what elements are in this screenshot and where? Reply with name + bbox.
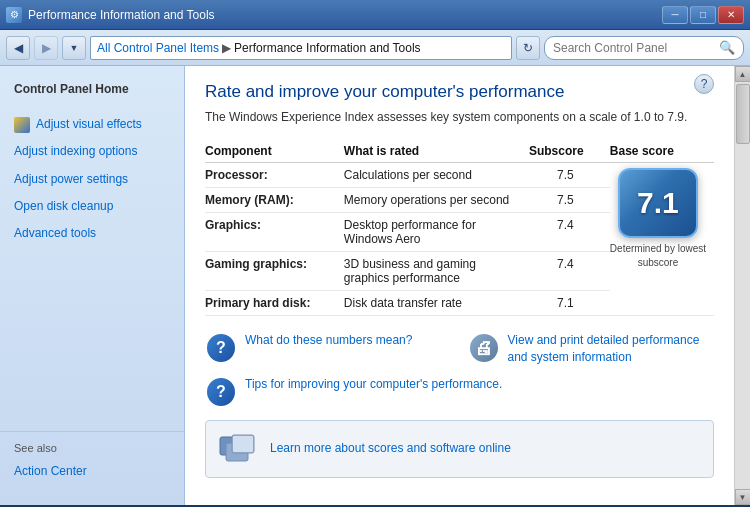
breadcrumb-current: Performance Information and Tools <box>234 41 421 55</box>
scroll-thumb[interactable] <box>736 84 750 144</box>
cell-component: Processor: <box>205 163 344 188</box>
col-header-basescore: Base score <box>610 140 714 163</box>
scroll-down-arrow[interactable]: ▼ <box>735 489 751 505</box>
maximize-button[interactable]: □ <box>690 6 716 24</box>
software-box: Learn more about scores and software onl… <box>205 420 714 478</box>
dropdown-button[interactable]: ▼ <box>62 36 86 60</box>
refresh-button[interactable]: ↻ <box>516 36 540 60</box>
cell-what: Calculations per second <box>344 163 529 188</box>
numbers-meaning-item: ? What do these numbers mean? <box>205 332 452 366</box>
tips-icon: ? <box>205 376 237 408</box>
title-bar-left: ⚙ Performance Information and Tools <box>6 7 215 23</box>
score-number: 7.1 <box>637 188 679 218</box>
cell-component: Primary hard disk: <box>205 291 344 316</box>
software-online-link[interactable]: Learn more about scores and software onl… <box>270 440 511 457</box>
cell-what: Memory operations per second <box>344 188 529 213</box>
window-title: Performance Information and Tools <box>28 8 215 22</box>
performance-table: Component What is rated Subscore Base sc… <box>205 140 714 316</box>
tips-item: ? Tips for improving your computer's per… <box>205 376 714 408</box>
cell-subscore: 7.4 <box>529 213 610 252</box>
sidebar-home-link[interactable]: Control Panel Home <box>0 76 184 103</box>
sidebar-item-visual-effects[interactable]: Adjust visual effects <box>0 111 184 138</box>
breadcrumb-separator: ▶ <box>222 41 231 55</box>
cell-subscore: 7.5 <box>529 163 610 188</box>
question-icon: ? <box>205 332 237 364</box>
forward-button[interactable]: ▶ <box>34 36 58 60</box>
address-path[interactable]: All Control Panel Items ▶ Performance In… <box>90 36 512 60</box>
svg-rect-3 <box>233 436 253 452</box>
shield-icon <box>14 117 30 133</box>
sidebar-bottom: See also Action Center <box>0 431 184 495</box>
search-icon[interactable]: 🔍 <box>719 40 735 55</box>
sidebar-item-power[interactable]: Adjust power settings <box>0 166 184 193</box>
title-bar-controls: ─ □ ✕ <box>662 6 744 24</box>
scroll-up-arrow[interactable]: ▲ <box>735 66 751 82</box>
numbers-meaning-link[interactable]: What do these numbers mean? <box>245 332 412 349</box>
window-icon: ⚙ <box>6 7 22 23</box>
sidebar-item-indexing[interactable]: Adjust indexing options <box>0 138 184 165</box>
close-button[interactable]: ✕ <box>718 6 744 24</box>
sidebar-action-center[interactable]: Action Center <box>14 458 170 485</box>
col-header-what: What is rated <box>344 140 529 163</box>
software-icon <box>218 429 258 469</box>
cell-component: Memory (RAM): <box>205 188 344 213</box>
title-bar: ⚙ Performance Information and Tools ─ □ … <box>0 0 750 30</box>
scroll-track[interactable] <box>735 82 750 489</box>
search-box[interactable]: 🔍 <box>544 36 744 60</box>
printer-icon: 🖨 <box>468 332 500 364</box>
sidebar-spacer <box>0 247 184 427</box>
view-print-link[interactable]: View and print detailed performance and … <box>508 332 715 366</box>
cell-what: Disk data transfer rate <box>344 291 529 316</box>
help-button[interactable]: ? <box>694 74 714 94</box>
cell-basescore: 7.1Determined by lowest subscore <box>610 163 714 316</box>
sidebar-item-advanced[interactable]: Advanced tools <box>0 220 184 247</box>
sidebar: Control Panel Home Adjust visual effects… <box>0 66 185 505</box>
breadcrumb-all-items[interactable]: All Control Panel Items <box>97 41 219 55</box>
scrollbar[interactable]: ▲ ▼ <box>734 66 750 505</box>
page-title: Rate and improve your computer's perform… <box>205 82 714 102</box>
content-area: ? Rate and improve your computer's perfo… <box>185 66 734 505</box>
minimize-button[interactable]: ─ <box>662 6 688 24</box>
score-label: Determined by lowest subscore <box>610 242 706 270</box>
page-subtext: The Windows Experience Index assesses ke… <box>205 110 714 124</box>
sidebar-label-visual-effects: Adjust visual effects <box>36 115 142 134</box>
cell-subscore: 7.4 <box>529 252 610 291</box>
main-container: Control Panel Home Adjust visual effects… <box>0 66 750 505</box>
view-print-item: 🖨 View and print detailed performance an… <box>468 332 715 366</box>
col-header-component: Component <box>205 140 344 163</box>
search-input[interactable] <box>553 41 713 55</box>
back-button[interactable]: ◀ <box>6 36 30 60</box>
cell-subscore: 7.1 <box>529 291 610 316</box>
bottom-links: ? What do these numbers mean? 🖨 View and… <box>205 332 714 366</box>
tips-link[interactable]: Tips for improving your computer's perfo… <box>245 376 502 393</box>
table-header-row: Component What is rated Subscore Base sc… <box>205 140 714 163</box>
address-bar: ◀ ▶ ▼ All Control Panel Items ▶ Performa… <box>0 30 750 66</box>
cell-component: Graphics: <box>205 213 344 252</box>
cell-what: Desktop performance for Windows Aero <box>344 213 529 252</box>
cell-what: 3D business and gaming graphics performa… <box>344 252 529 291</box>
cell-subscore: 7.5 <box>529 188 610 213</box>
sidebar-item-disk-cleanup[interactable]: Open disk cleanup <box>0 193 184 220</box>
cell-component: Gaming graphics: <box>205 252 344 291</box>
see-also-title: See also <box>14 442 170 454</box>
score-badge: 7.1 <box>618 168 698 238</box>
col-header-subscore: Subscore <box>529 140 610 163</box>
table-row: Processor:Calculations per second7.57.1D… <box>205 163 714 188</box>
